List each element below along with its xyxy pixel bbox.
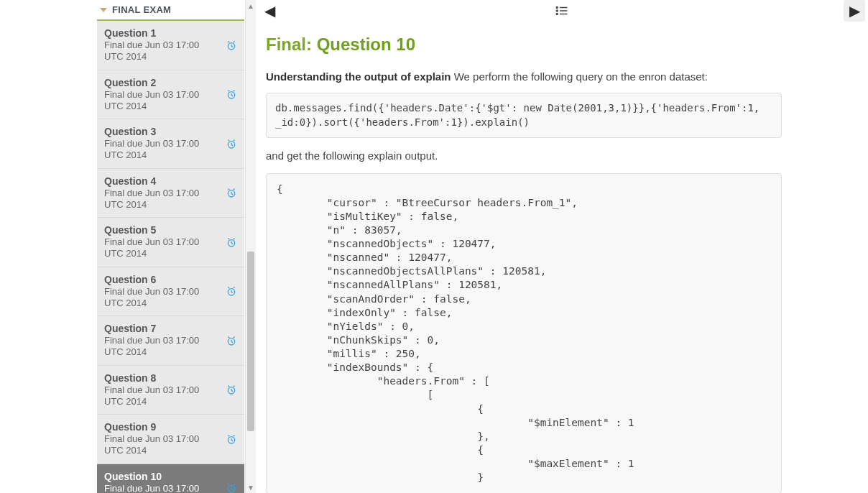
question-subtitle: Final due Jun 03 17:00 UTC 2014 [104,483,237,494]
sidebar-scrollbar[interactable]: ▲ ▼ [245,0,256,493]
sidebar-item-question[interactable]: Question 8Final due Jun 03 17:00 UTC 201… [97,366,244,415]
question-subtitle: Final due Jun 03 17:00 UTC 2014 [104,286,237,310]
svg-line-7 [231,96,233,96]
question-title: Question 8 [104,372,237,384]
caret-down-icon [100,8,107,12]
question-title: Question 6 [104,274,237,285]
svg-line-42 [231,440,233,441]
sidebar-item-question[interactable]: Question 9Final due Jun 03 17:00 UTC 201… [97,415,244,464]
question-title: Question 10 [104,471,237,482]
question-subtitle: Final due Jun 03 17:00 UTC 2014 [104,188,237,211]
question-subtitle: Final due Jun 03 17:00 UTC 2014 [104,433,237,457]
sidebar-item-question[interactable]: Question 1Final due Jun 03 17:00 UTC 201… [97,21,244,70]
svg-line-17 [231,194,233,195]
svg-line-22 [231,243,233,244]
alarm-icon [226,138,237,149]
sidebar-item-question[interactable]: Question 5Final due Jun 03 17:00 UTC 201… [97,218,244,267]
svg-line-2 [231,46,233,47]
svg-line-29 [234,287,235,288]
svg-line-8 [228,91,229,91]
svg-line-23 [228,238,229,239]
svg-line-28 [228,287,229,288]
svg-point-54 [556,14,558,15]
question-title: Question 4 [104,175,237,187]
svg-line-39 [234,386,235,387]
question-subtitle: Final due Jun 03 17:00 UTC 2014 [104,138,237,162]
question-title: Question 2 [104,77,237,88]
svg-line-27 [231,292,233,293]
svg-line-33 [228,336,229,337]
question-title: Question 1 [104,27,237,39]
list-icon[interactable] [280,6,844,16]
svg-line-34 [234,336,235,337]
question-subtitle: Final due Jun 03 17:00 UTC 2014 [104,236,237,260]
svg-line-14 [234,139,235,140]
next-button[interactable]: ▶ [844,0,865,22]
question-title: Question 7 [104,323,237,334]
question-subtitle: Final due Jun 03 17:00 UTC 2014 [104,335,237,359]
svg-line-3 [228,41,229,42]
alarm-icon [226,384,237,395]
alarm-icon [226,187,237,198]
svg-line-19 [234,189,235,190]
title-prefix: Final: [266,34,312,54]
content-area: Final: Question 10 Understanding the out… [256,27,868,493]
svg-point-50 [556,7,558,9]
svg-line-37 [231,391,233,392]
sidebar-item-question[interactable]: Question 2Final due Jun 03 17:00 UTC 201… [97,70,244,120]
svg-point-52 [556,10,558,11]
intro-rest: We perform the following query on the en… [454,70,708,83]
svg-line-4 [234,41,235,42]
svg-line-44 [234,435,235,436]
intro-bold: Understanding the output of explain [266,70,451,83]
alarm-icon [226,236,237,248]
query-code-block: db.messages.find({'headers.Date':{'$gt':… [266,93,782,138]
page-title: Final: Question 10 [266,34,782,55]
svg-line-38 [228,386,229,387]
question-subtitle: Final due Jun 03 17:00 UTC 2014 [104,40,237,63]
sidebar-item-question[interactable]: Question 10Final due Jun 03 17:00 UTC 20… [97,464,244,494]
question-title: Question 5 [104,224,237,236]
sidebar-item-question[interactable]: Question 7Final due Jun 03 17:00 UTC 201… [97,316,244,366]
explain-output-block: { "cursor" : "BtreeCursor headers.From_1… [266,173,782,493]
mid-text: and get the following explain output. [266,149,782,162]
question-subtitle: Final due Jun 03 17:00 UTC 2014 [104,384,237,408]
sidebar-item-question[interactable]: Question 3Final due Jun 03 17:00 UTC 201… [97,119,244,169]
prev-button[interactable]: ◀ [259,0,280,22]
alarm-icon [226,40,237,51]
question-list: Question 1Final due Jun 03 17:00 UTC 201… [97,21,244,493]
alarm-icon [226,285,237,297]
question-title: Question 9 [104,421,237,433]
svg-line-32 [231,341,233,342]
intro-text: Understanding the output of explain We p… [266,70,782,83]
alarm-icon [226,433,237,445]
alarm-icon [226,482,237,493]
alarm-icon [226,335,237,346]
svg-line-48 [228,484,229,485]
main-panel: ◀ ▶ Final: Question 10 Understanding th [256,0,868,493]
sidebar: FINAL EXAM Question 1Final due Jun 03 17… [0,0,256,493]
section-title: FINAL EXAM [112,4,171,15]
svg-line-13 [228,139,229,140]
title-question: Question 10 [317,34,415,54]
svg-line-18 [228,189,229,190]
scroll-thumb[interactable] [247,252,254,431]
svg-line-47 [231,489,233,490]
svg-line-49 [234,484,235,485]
question-subtitle: Final due Jun 03 17:00 UTC 2014 [104,89,237,113]
svg-line-12 [231,144,233,145]
sidebar-item-question[interactable]: Question 6Final due Jun 03 17:00 UTC 201… [97,267,244,317]
nav-bar: ◀ ▶ [256,0,868,27]
scroll-down-icon[interactable]: ▼ [246,482,256,493]
svg-line-9 [234,91,235,91]
svg-line-43 [228,435,229,436]
alarm-icon [226,88,237,100]
sidebar-item-question[interactable]: Question 4Final due Jun 03 17:00 UTC 201… [97,169,244,218]
svg-line-24 [234,238,235,239]
section-header[interactable]: FINAL EXAM [97,0,244,21]
scroll-up-icon[interactable]: ▲ [246,0,256,11]
question-title: Question 3 [104,126,237,137]
